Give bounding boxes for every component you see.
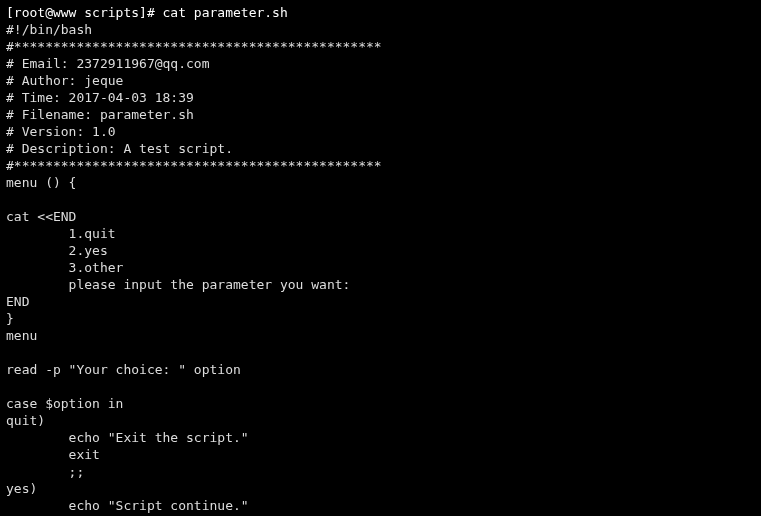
file-contents: #!/bin/bash #***************************… xyxy=(6,21,755,516)
shell-prompt: [root@www scripts]# xyxy=(6,5,163,20)
terminal-window[interactable]: [root@www scripts]# cat parameter.sh #!/… xyxy=(0,0,761,516)
shell-command: cat parameter.sh xyxy=(163,5,288,20)
